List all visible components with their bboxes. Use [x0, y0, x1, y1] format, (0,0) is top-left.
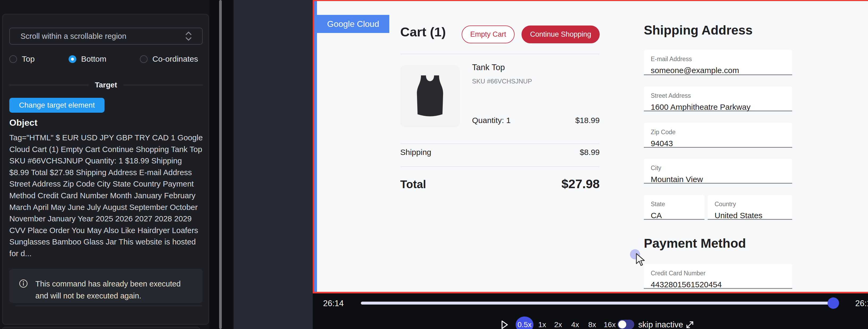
shipping-label: Shipping — [400, 148, 431, 157]
speed-1x-button[interactable]: 1x — [538, 319, 546, 329]
zip-code-value: 94043 — [651, 139, 792, 148]
state-field[interactable]: State CA — [644, 195, 705, 220]
skip-inactive-toggle[interactable] — [618, 320, 634, 329]
info-icon — [19, 279, 28, 288]
brand-badge: Google Cloud — [317, 15, 389, 33]
credit-card-field[interactable]: Credit Card Number 4432801561520454 — [644, 264, 792, 289]
empty-cart-button[interactable]: Empty Cart — [462, 26, 515, 43]
email-field[interactable]: E-mail Address someone@example.com — [644, 50, 792, 75]
speed-8x-button[interactable]: 8x — [588, 319, 596, 329]
radio-bottom-circle-icon — [69, 55, 76, 63]
cart-divider-2 — [400, 143, 600, 144]
speed-2x-button[interactable]: 2x — [554, 319, 562, 329]
current-time: 26:14 — [323, 299, 344, 308]
target-section-divider: Target — [9, 80, 203, 90]
shipping-address-heading: Shipping Address — [644, 23, 752, 37]
mouse-cursor-icon — [636, 253, 648, 267]
product-sku: SKU #66VCHSJNUP — [472, 77, 532, 85]
city-value: Mountain View — [651, 175, 792, 184]
timeline-thumb[interactable] — [828, 297, 839, 309]
replayed-page-viewport: Google Cloud Cart (1) Empty Cart Continu… — [313, 0, 868, 293]
zip-code-label: Zip Code — [651, 129, 792, 136]
skip-inactive-label[interactable]: skip inactive — [638, 319, 683, 329]
radio-top-label: Top — [22, 55, 35, 64]
panel-gutter — [210, 0, 234, 329]
product-image — [400, 65, 460, 127]
radio-bottom[interactable]: Bottom — [69, 53, 106, 65]
speed-4x-button[interactable]: 4x — [571, 319, 579, 329]
city-label: City — [651, 164, 792, 172]
zip-code-field[interactable]: Zip Code 94043 — [644, 123, 792, 148]
radio-coordinates-label: Co-ordinates — [152, 55, 198, 64]
street-address-value: 1600 Amphitheatre Parkway — [651, 103, 792, 111]
panel-resizer-handle[interactable] — [219, 0, 222, 329]
scroll-position-radios: Top Bottom Co-ordinates — [9, 53, 203, 65]
email-label: E-mail Address — [651, 56, 792, 63]
state-value: CA — [651, 211, 705, 220]
radio-bottom-label: Bottom — [81, 55, 106, 64]
radio-top-circle-icon — [9, 55, 17, 63]
info-message-box: This command has already been executed a… — [9, 269, 203, 303]
cart-divider-1 — [400, 54, 600, 54]
street-address-field[interactable]: Street Address 1600 Amphitheatre Parkway — [644, 86, 792, 111]
cart-divider-3 — [400, 166, 600, 167]
html-element-highlight-stripe — [314, 1, 317, 292]
speed-16x-button[interactable]: 16x — [604, 319, 616, 329]
street-address-label: Street Address — [651, 92, 792, 99]
command-type-select[interactable]: Scroll within a scrollable region — [9, 28, 203, 45]
select-chevrons-icon — [184, 30, 193, 42]
payment-method-heading: Payment Method — [644, 236, 746, 251]
radio-coordinates-circle-icon — [140, 55, 148, 63]
continue-shopping-button[interactable]: Continue Shopping — [522, 26, 600, 43]
change-target-button[interactable]: Change target element — [9, 98, 104, 113]
tank-top-image — [407, 71, 453, 122]
country-label: Country — [715, 201, 792, 208]
object-heading: Object — [9, 118, 37, 128]
country-field[interactable]: Country United States — [708, 195, 792, 220]
toggle-knob — [618, 321, 626, 328]
shipping-value: $8.99 — [580, 148, 600, 157]
cart-title: Cart (1) — [400, 25, 446, 39]
credit-card-label: Credit Card Number — [651, 270, 792, 277]
player-controls-bar: 26:14 26:1 0.5x 1x 2x 4x 8x 16x skip ina… — [313, 293, 868, 329]
email-value: someone@example.com — [651, 66, 792, 75]
info-message-text: This command has already been executed a… — [35, 278, 184, 303]
country-value: United States — [715, 211, 792, 220]
speed-0-5x-button[interactable]: 0.5x — [516, 317, 533, 329]
command-settings-panel: Scroll within a scrollable region Top Bo… — [2, 14, 209, 325]
radio-coordinates[interactable]: Co-ordinates — [140, 53, 198, 65]
total-label: Total — [400, 178, 426, 191]
target-section-label: Target — [95, 81, 117, 89]
command-type-value: Scroll within a scrollable region — [21, 32, 184, 41]
end-time: 26:1 — [855, 299, 868, 308]
play-button[interactable] — [499, 320, 509, 329]
product-quantity: Quantity: 1 — [472, 116, 510, 125]
product-price: $18.99 — [575, 116, 600, 125]
next-panel-edge — [2, 327, 200, 329]
sidebar-divider — [16, 306, 202, 306]
fullscreen-expand-icon[interactable] — [684, 320, 695, 329]
product-name: Tank Top — [472, 63, 505, 72]
radio-top[interactable]: Top — [9, 53, 35, 65]
total-value: $27.98 — [561, 176, 600, 191]
object-description-text: Tag="HTML" $ EUR USD JPY GBP TRY CAD 1 G… — [9, 132, 203, 259]
timeline-track[interactable] — [361, 302, 837, 304]
state-label: State — [651, 201, 705, 208]
credit-card-value: 4432801561520454 — [651, 280, 792, 289]
city-field[interactable]: City Mountain View — [644, 159, 792, 184]
